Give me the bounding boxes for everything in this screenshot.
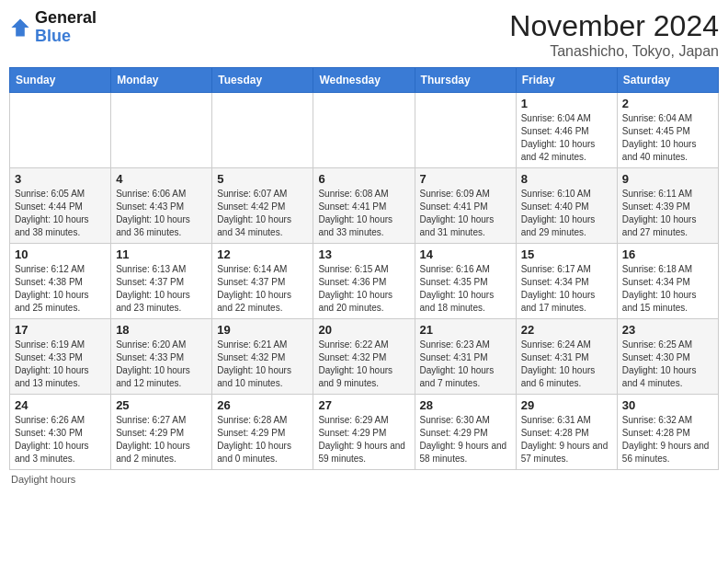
day-info: Sunrise: 6:08 AM Sunset: 4:41 PM Dayligh…: [318, 188, 409, 239]
day-info: Sunrise: 6:24 AM Sunset: 4:31 PM Dayligh…: [521, 339, 612, 390]
day-header-thursday: Thursday: [415, 68, 516, 93]
day-number: 26: [217, 398, 308, 412]
day-number: 11: [116, 247, 207, 261]
day-info: Sunrise: 6:22 AM Sunset: 4:32 PM Dayligh…: [318, 339, 409, 390]
day-info: Sunrise: 6:19 AM Sunset: 4:33 PM Dayligh…: [15, 339, 106, 390]
cell-4-4: 20Sunrise: 6:22 AM Sunset: 4:32 PM Dayli…: [313, 319, 415, 395]
day-number: 18: [116, 323, 207, 337]
logo: GeneralBlue: [9, 9, 97, 46]
cell-4-5: 21Sunrise: 6:23 AM Sunset: 4:31 PM Dayli…: [415, 319, 516, 395]
calendar-table: SundayMondayTuesdayWednesdayThursdayFrid…: [9, 67, 719, 470]
day-header-tuesday: Tuesday: [212, 68, 313, 93]
day-info: Sunrise: 6:04 AM Sunset: 4:46 PM Dayligh…: [521, 112, 612, 164]
day-number: 23: [622, 323, 713, 337]
day-info: Sunrise: 6:23 AM Sunset: 4:31 PM Dayligh…: [420, 339, 511, 390]
header: GeneralBlue November 2024 Tanashicho, To…: [9, 9, 719, 60]
cell-1-3: [212, 93, 313, 168]
cell-4-7: 23Sunrise: 6:25 AM Sunset: 4:30 PM Dayli…: [617, 319, 718, 395]
cell-3-7: 16Sunrise: 6:18 AM Sunset: 4:34 PM Dayli…: [617, 244, 718, 319]
cell-5-2: 25Sunrise: 6:27 AM Sunset: 4:29 PM Dayli…: [111, 395, 212, 470]
days-header-row: SundayMondayTuesdayWednesdayThursdayFrid…: [10, 68, 719, 93]
cell-3-5: 14Sunrise: 6:16 AM Sunset: 4:35 PM Dayli…: [415, 244, 516, 319]
day-info: Sunrise: 6:05 AM Sunset: 4:44 PM Dayligh…: [15, 188, 106, 239]
day-number: 17: [15, 323, 106, 337]
day-info: Sunrise: 6:32 AM Sunset: 4:28 PM Dayligh…: [622, 414, 713, 465]
day-number: 13: [318, 247, 409, 261]
cell-1-1: [10, 93, 111, 168]
day-number: 14: [420, 247, 511, 261]
day-number: 1: [521, 97, 612, 110]
day-number: 22: [521, 323, 612, 337]
day-number: 15: [521, 247, 612, 261]
day-info: Sunrise: 6:10 AM Sunset: 4:40 PM Dayligh…: [521, 188, 612, 239]
cell-1-4: [313, 93, 415, 168]
day-number: 10: [15, 247, 106, 261]
day-number: 7: [420, 172, 511, 186]
location-title: Tanashicho, Tokyo, Japan: [509, 43, 719, 60]
day-header-monday: Monday: [111, 68, 212, 93]
day-number: 12: [217, 247, 308, 261]
day-info: Sunrise: 6:07 AM Sunset: 4:42 PM Dayligh…: [217, 188, 308, 239]
day-info: Sunrise: 6:21 AM Sunset: 4:32 PM Dayligh…: [217, 339, 308, 390]
cell-2-7: 9Sunrise: 6:11 AM Sunset: 4:39 PM Daylig…: [617, 168, 718, 244]
day-info: Sunrise: 6:25 AM Sunset: 4:30 PM Dayligh…: [622, 339, 713, 390]
day-info: Sunrise: 6:27 AM Sunset: 4:29 PM Dayligh…: [116, 414, 207, 465]
day-number: 21: [420, 323, 511, 337]
logo-icon: [9, 17, 31, 39]
cell-2-5: 7Sunrise: 6:09 AM Sunset: 4:41 PM Daylig…: [415, 168, 516, 244]
day-number: 5: [217, 172, 308, 186]
day-number: 3: [15, 172, 106, 186]
cell-2-6: 8Sunrise: 6:10 AM Sunset: 4:40 PM Daylig…: [516, 168, 617, 244]
cell-1-2: [111, 93, 212, 168]
month-title: November 2024: [509, 9, 719, 43]
cell-3-2: 11Sunrise: 6:13 AM Sunset: 4:37 PM Dayli…: [111, 244, 212, 319]
day-header-saturday: Saturday: [617, 68, 718, 93]
day-header-friday: Friday: [516, 68, 617, 93]
day-number: 24: [15, 398, 106, 412]
day-info: Sunrise: 6:20 AM Sunset: 4:33 PM Dayligh…: [116, 339, 207, 390]
week-row-2: 3Sunrise: 6:05 AM Sunset: 4:44 PM Daylig…: [10, 168, 719, 244]
day-number: 19: [217, 323, 308, 337]
cell-3-4: 13Sunrise: 6:15 AM Sunset: 4:36 PM Dayli…: [313, 244, 415, 319]
cell-2-1: 3Sunrise: 6:05 AM Sunset: 4:44 PM Daylig…: [10, 168, 111, 244]
cell-4-1: 17Sunrise: 6:19 AM Sunset: 4:33 PM Dayli…: [10, 319, 111, 395]
cell-4-3: 19Sunrise: 6:21 AM Sunset: 4:32 PM Dayli…: [212, 319, 313, 395]
day-header-sunday: Sunday: [10, 68, 111, 93]
day-number: 2: [622, 97, 713, 110]
cell-2-3: 5Sunrise: 6:07 AM Sunset: 4:42 PM Daylig…: [212, 168, 313, 244]
cell-5-6: 29Sunrise: 6:31 AM Sunset: 4:28 PM Dayli…: [516, 395, 617, 470]
day-info: Sunrise: 6:15 AM Sunset: 4:36 PM Dayligh…: [318, 263, 409, 315]
week-row-4: 17Sunrise: 6:19 AM Sunset: 4:33 PM Dayli…: [10, 319, 719, 395]
cell-5-1: 24Sunrise: 6:26 AM Sunset: 4:30 PM Dayli…: [10, 395, 111, 470]
cell-1-5: [415, 93, 516, 168]
day-info: Sunrise: 6:26 AM Sunset: 4:30 PM Dayligh…: [15, 414, 106, 465]
cell-3-3: 12Sunrise: 6:14 AM Sunset: 4:37 PM Dayli…: [212, 244, 313, 319]
day-info: Sunrise: 6:30 AM Sunset: 4:29 PM Dayligh…: [420, 414, 511, 465]
day-number: 27: [318, 398, 409, 412]
day-info: Sunrise: 6:28 AM Sunset: 4:29 PM Dayligh…: [217, 414, 308, 465]
cell-5-5: 28Sunrise: 6:30 AM Sunset: 4:29 PM Dayli…: [415, 395, 516, 470]
cell-1-6: 1Sunrise: 6:04 AM Sunset: 4:46 PM Daylig…: [516, 93, 617, 168]
cell-1-7: 2Sunrise: 6:04 AM Sunset: 4:45 PM Daylig…: [617, 93, 718, 168]
day-info: Sunrise: 6:31 AM Sunset: 4:28 PM Dayligh…: [521, 414, 612, 465]
week-row-5: 24Sunrise: 6:26 AM Sunset: 4:30 PM Dayli…: [10, 395, 719, 470]
cell-5-7: 30Sunrise: 6:32 AM Sunset: 4:28 PM Dayli…: [617, 395, 718, 470]
day-info: Sunrise: 6:16 AM Sunset: 4:35 PM Dayligh…: [420, 263, 511, 315]
day-info: Sunrise: 6:18 AM Sunset: 4:34 PM Dayligh…: [622, 263, 713, 315]
svg-marker-0: [11, 18, 28, 36]
cell-3-6: 15Sunrise: 6:17 AM Sunset: 4:34 PM Dayli…: [516, 244, 617, 319]
cell-4-2: 18Sunrise: 6:20 AM Sunset: 4:33 PM Dayli…: [111, 319, 212, 395]
logo-text: GeneralBlue: [35, 9, 97, 46]
day-number: 29: [521, 398, 612, 412]
day-number: 8: [521, 172, 612, 186]
day-number: 9: [622, 172, 713, 186]
week-row-3: 10Sunrise: 6:12 AM Sunset: 4:38 PM Dayli…: [10, 244, 719, 319]
day-header-wednesday: Wednesday: [313, 68, 415, 93]
day-number: 6: [318, 172, 409, 186]
day-info: Sunrise: 6:17 AM Sunset: 4:34 PM Dayligh…: [521, 263, 612, 315]
day-number: 28: [420, 398, 511, 412]
cell-4-6: 22Sunrise: 6:24 AM Sunset: 4:31 PM Dayli…: [516, 319, 617, 395]
footer-note: Daylight hours: [9, 474, 719, 485]
day-number: 4: [116, 172, 207, 186]
cell-5-4: 27Sunrise: 6:29 AM Sunset: 4:29 PM Dayli…: [313, 395, 415, 470]
